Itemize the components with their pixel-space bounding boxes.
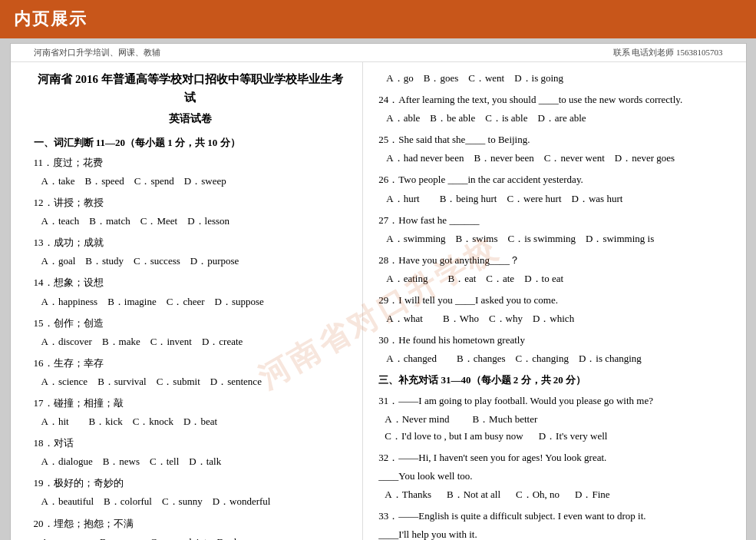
q26-options: A．hurt B．being hurt C．were hurt D．was hu…: [386, 190, 730, 207]
section1-header: 一、词汇判断 11—20（每小题 1 分，共 10 分）: [34, 134, 348, 151]
q19-num: 19．: [34, 477, 54, 489]
question-28: 28．Have you got anything____？ A．eating B…: [378, 252, 730, 287]
q14-line: 14．想象；设想: [34, 274, 348, 291]
q13-line: 13．成功；成就: [34, 234, 348, 251]
page-header: 内页展示: [0, 0, 756, 38]
q23-options: A．go B．goes C．went D．is going: [386, 70, 730, 87]
q16-num: 16．: [34, 357, 54, 369]
q18-line: 18．对话: [34, 435, 348, 452]
question-13: 13．成功；成就 A．goal B．study C．success D．purp…: [34, 234, 348, 270]
question-30: 30．He found his hometown greatly A．chang…: [378, 332, 730, 367]
q17-cn: 碰撞；相撞；敲: [54, 397, 124, 409]
q24-line: 24．After learning the text, you should _…: [378, 91, 730, 108]
q15-options: A．discover B．make C．invent D．create: [41, 333, 348, 350]
q30-line: 30．He found his hometown greatly: [378, 332, 730, 349]
q16-line: 16．生存；幸存: [34, 355, 348, 372]
q11-cn: 度过；花费: [53, 157, 103, 168]
q32-optB: B．Not at all: [447, 486, 500, 503]
left-column: 河南省 2016 年普通高等学校对口招收中等职业学校毕业生考试 英语试卷 一、词…: [11, 62, 364, 540]
question-31: 31．——I am going to play football. Would …: [378, 393, 730, 445]
q20-num: 20．: [34, 518, 54, 529]
q14-cn: 想象；设想: [54, 277, 104, 288]
q13-cn: 成功；成就: [54, 237, 104, 248]
header-title: 内页展示: [14, 9, 87, 28]
q32-optD: D．Fine: [575, 486, 610, 503]
section3-header: 三、补充对话 31—40（每小题 2 分，共 20 分）: [378, 372, 730, 389]
q20-line: 20．埋怨；抱怨；不满: [34, 515, 348, 532]
q33-line: 33．——English is quite a difficult subjec…: [378, 508, 730, 525]
q19-options: A．beautiful B．colorful C．sunny D．wonderf…: [41, 493, 348, 510]
question-32: 32．——Hi, I haven't seen you for ages! Yo…: [378, 449, 730, 503]
question-20: 20．埋怨；抱怨；不满 A．concern B．worry C．complain…: [34, 515, 348, 540]
q14-num: 14．: [34, 277, 54, 288]
q32-line: 32．——Hi, I haven't seen you for ages! Yo…: [378, 449, 730, 466]
q31-options-ab: A．Never mind B．Much better: [385, 411, 730, 428]
doc-subtitle: 英语试卷: [34, 110, 348, 128]
q27-options: A．swimming B．swims C．is swimming D．swimm…: [386, 230, 730, 247]
question-19: 19．极好的；奇妙的 A．beautiful B．colorful C．sunn…: [34, 475, 348, 510]
q32-optA: A．Thanks: [385, 486, 431, 503]
q12-num: 12．: [34, 197, 54, 208]
question-11: 11．度过；花费 A．take B．speed C．spend D．sweep: [34, 154, 348, 190]
q31-options-cd: C．I'd love to , but I am busy now D．It's…: [385, 428, 730, 445]
question-18: 18．对话 A．dialogue B．news C．tell D．talk: [34, 435, 348, 470]
content-area: 河南省对口升学校 河南省 2016 年普通高等学校对口招收中等职业学校毕业生考试…: [11, 62, 746, 540]
question-24: 24．After learning the text, you should _…: [378, 91, 730, 127]
q32-blank: ____You look well too.: [378, 468, 730, 485]
q15-line: 15．创作；创造: [34, 315, 348, 332]
q17-line: 17．碰撞；相撞；敲: [34, 395, 348, 412]
q17-num: 17．: [34, 397, 54, 409]
q28-options: A．eating B．eat C．ate D．to eat: [386, 270, 730, 287]
q11-num: 11．: [34, 157, 54, 168]
q31-line: 31．——I am going to play football. Would …: [378, 393, 730, 409]
question-12: 12．讲授；教授 A．teach B．match C．Meet D．lesson: [34, 194, 348, 230]
q12-options: A．teach B．match C．Meet D．lesson: [41, 213, 348, 230]
top-info-left: 河南省对口升学培训、网课、教辅: [34, 47, 160, 58]
question-14: 14．想象；设想 A．happiness B．imagine C．cheer D…: [34, 274, 348, 310]
q31-optD: D．It's very well: [539, 428, 608, 445]
q32-optC: C．Oh, no: [516, 486, 560, 503]
q18-options: A．dialogue B．news C．tell D．talk: [41, 453, 348, 470]
q18-cn: 对话: [54, 437, 74, 449]
q12-line: 12．讲授；教授: [34, 194, 348, 211]
q26-line: 26．Two people ____in the car accident ye…: [378, 171, 730, 188]
top-info-right: 联系 电话刘老师 15638105703: [613, 47, 723, 58]
q13-options: A．goal B．study C．success D．purpose: [41, 253, 348, 270]
q29-line: 29．I will tell you ____I asked you to co…: [378, 292, 730, 309]
q13-num: 13．: [34, 237, 54, 248]
top-info-bar: 河南省对口升学培训、网课、教辅 联系 电话刘老师 15638105703: [11, 44, 746, 62]
q29-options: A．what B．Who C．why D．which: [386, 310, 730, 327]
question-17: 17．碰撞；相撞；敲 A．hit B．kick C．knock D．beat: [34, 395, 348, 430]
question-15: 15．创作；创造 A．discover B．make C．invent D．cr…: [34, 315, 348, 350]
q28-line: 28．Have you got anything____？: [378, 252, 730, 269]
q11-line: 11．度过；花费: [34, 154, 348, 171]
question-29: 29．I will tell you ____I asked you to co…: [378, 292, 730, 327]
q32-options: A．Thanks B．Not at all C．Oh, no D．Fine: [385, 486, 730, 503]
question-16: 16．生存；幸存 A．science B．survival C．submit D…: [34, 355, 348, 390]
q16-cn: 生存；幸存: [54, 357, 104, 369]
q12-cn: 讲授；教授: [54, 197, 104, 208]
right-column: A．go B．goes C．went D．is going 24．After l…: [363, 62, 745, 540]
question-33: 33．——English is quite a difficult subjec…: [378, 508, 730, 540]
q16-options: A．science B．survival C．submit D．sentence: [41, 373, 348, 390]
q23-options-block: A．go B．goes C．went D．is going: [378, 70, 730, 87]
q15-num: 15．: [34, 317, 54, 329]
q20-options: A．concern B．worry C．complaint D．lose: [41, 534, 348, 540]
q17-options: A．hit B．kick C．knock D．beat: [41, 413, 348, 430]
q27-line: 27．How fast he ______: [378, 212, 730, 229]
q25-options: A．had never been B．never been C．never we…: [386, 150, 730, 167]
q31-optC: C．I'd love to , but I am busy now: [385, 428, 523, 445]
q31-optA: A．Never mind: [385, 411, 449, 428]
q33-blank: ____I'll help you with it.: [378, 526, 730, 540]
q31-optB: B．Much better: [472, 411, 537, 428]
q25-line: 25．She said that she____ to Beijing.: [378, 131, 730, 148]
question-27: 27．How fast he ______ A．swimming B．swims…: [378, 212, 730, 247]
q15-cn: 创作；创造: [54, 317, 104, 329]
question-26: 26．Two people ____in the car accident ye…: [378, 171, 730, 207]
q19-line: 19．极好的；奇妙的: [34, 475, 348, 492]
q18-num: 18．: [34, 437, 54, 449]
doc-title: 河南省 2016 年普通高等学校对口招收中等职业学校毕业生考试: [34, 70, 348, 107]
question-25: 25．She said that she____ to Beijing. A．h…: [378, 131, 730, 167]
q30-options: A．changed B．changes C．changing D．is chan…: [386, 350, 730, 367]
q24-options: A．able B．be able C．is able D．are able: [386, 110, 730, 127]
